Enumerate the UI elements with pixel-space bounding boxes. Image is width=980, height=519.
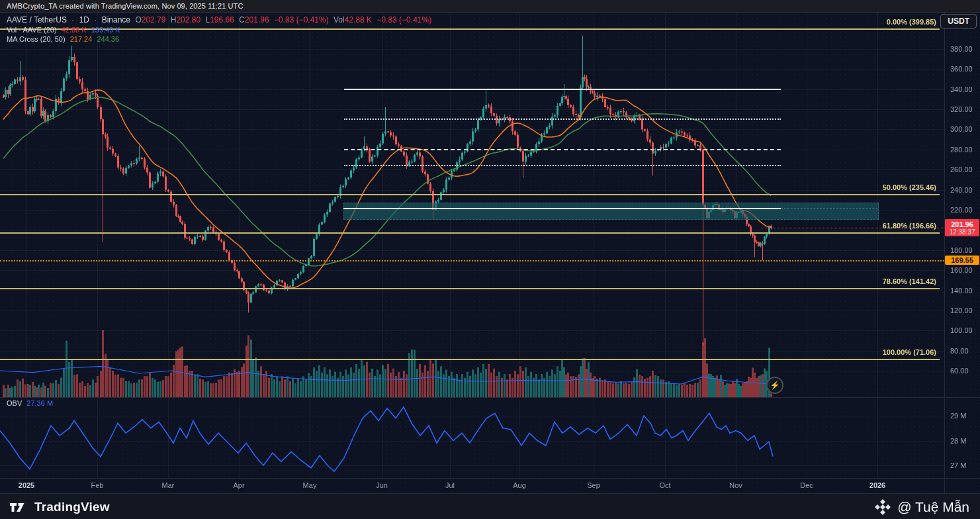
obv-label: OBV [7,399,22,407]
open-value: 202.79 [142,15,166,24]
time-axis-label: Dec [800,481,813,489]
price-axis-label: 360.00 [950,65,973,73]
ma-cross-legend[interactable]: MA Cross (20, 50) 217.24 244.36 [7,35,122,43]
fib-level-label: 100.00% (71.06) [738,348,936,356]
footer-bar: TradingView @ Tuệ Mẫn [0,493,980,519]
open-label: O [135,15,141,24]
resistance-line [344,118,781,120]
author-credit-text: @ Tuệ Mẫn [897,499,969,515]
exchange-label: Binance [102,15,130,24]
tradingview-logo-text: TradingView [34,500,110,514]
binance-icon [874,498,891,516]
price-axis-label: 320.00 [950,105,973,113]
time-axis-label: Jul [445,481,455,489]
obv-axis-label: 27 M [950,461,966,469]
high-value: 202.80 [176,15,200,24]
price-axis-label: 160.00 [950,266,973,274]
supply-zone-box [343,203,879,220]
ma50-value: 244.36 [97,35,119,43]
price-axis-label: 120.00 [950,307,973,314]
volume-indicator-average: 139.49 K [91,26,120,34]
watermark-text: AMBCrypto_TA created with TradingView.co… [7,2,243,10]
time-axis[interactable]: 2025FebMarAprMayJunJulAugSepOctNovDec202… [0,478,980,493]
obv-legend[interactable]: OBV 27.36 M [7,399,56,407]
price-axis-label: 180.00 [950,246,973,254]
vol-label: Vol [334,15,345,24]
price-axis-label: 340.00 [950,85,973,93]
obv-value: 27.36 M [26,399,53,407]
time-axis-label: Sep [587,481,600,489]
separator-dot: · [94,15,97,24]
chart-window: AMBCrypto_TA created with TradingView.co… [0,0,980,519]
price-axis-label: 140.00 [950,287,973,295]
author-credit: @ Tuệ Mẫn [874,498,969,516]
tradingview-logo-icon [9,500,29,514]
symbol-name: AAVE / TetherUS [7,15,67,24]
time-axis-label: Mar [162,481,175,489]
time-axis-label: Feb [91,481,104,489]
vol-value: 42.88 K [345,15,372,24]
interval-label: 1D [79,15,89,24]
fib-level-label: 50.00% (235.46) [738,183,936,191]
time-axis-label: 2026 [869,481,885,489]
pane-divider[interactable] [0,397,980,398]
price-axis-label: 80.00 [950,347,969,355]
tradingview-brand[interactable]: TradingView [9,500,110,514]
time-axis-label: Jun [376,481,388,489]
time-axis-label: Aug [513,481,526,489]
price-axis-label: 260.00 [950,165,973,173]
price-axis-divider [944,12,945,493]
obv-axis-label: 29 M [950,412,966,420]
time-axis-label: Apr [233,481,244,489]
fib-level-label: 61.80% (196.66) [738,222,936,230]
alert-price-line [0,260,944,261]
alert-price-tag: 169.55 [945,256,979,265]
change-value: −0.83 (−0.41%) [274,15,329,24]
separator-dot: · [71,15,74,24]
price-axis-label: 220.00 [950,206,973,214]
vol-change-value: −0.83 (−0.41%) [377,15,431,24]
currency-toggle-button[interactable]: USDT [940,14,977,28]
close-label: C [239,15,245,24]
volume-indicator-legend[interactable]: Vol · AAVE (20) 42.88 K 139.49 K [7,26,123,34]
fib-level-label: 0.00% (399.85) [738,18,936,26]
bar-countdown: 12:38:37 [945,228,979,236]
price-axis-label: 60.00 [950,367,969,375]
price-axis-label: 100.00 [950,326,973,334]
volume-indicator-name: Vol · AAVE (20) [7,26,57,34]
time-axis-label: Oct [659,481,670,489]
price-axis-label: 300.00 [950,125,973,133]
resistance-line [344,89,781,90]
fib-level-line [0,28,940,30]
time-axis-label: May [303,481,317,489]
symbol-legend-row[interactable]: AAVE / TetherUS · 1D · Binance O202.79 H… [7,15,434,24]
obv-axis-label: 28 M [950,437,966,445]
fib-level-label: 78.60% (141.42) [738,277,936,285]
time-axis-label: 2025 [19,481,34,489]
resistance-line [344,149,781,150]
fib-level-line [0,288,940,289]
price-axis[interactable]: 380.00360.00340.00320.00300.00280.00260.… [945,12,980,493]
fib-level-line [0,359,940,360]
resistance-line [344,165,781,166]
time-axis-divider [0,478,980,479]
price-axis-label: 280.00 [950,146,973,154]
price-axis-label: 380.00 [950,45,973,53]
low-value: 196.66 [210,15,234,24]
ma20-value: 217.24 [70,35,93,43]
supply-zone-line [343,208,781,209]
last-price-value: 201.96 [945,220,979,228]
time-axis-label: Nov [729,481,742,489]
ma-cross-name: MA Cross (20, 50) [7,35,66,43]
lightning-icon: ⚡ [770,381,780,390]
fib-level-line [0,194,940,195]
close-value: 201.96 [245,15,269,24]
volume-indicator-current: 42.88 K [62,26,87,34]
price-axis-label: 240.00 [950,186,973,194]
fib-level-line [0,232,940,234]
supply-zone-dashed-line [781,209,877,209]
watermark-bar: AMBCrypto_TA created with TradingView.co… [0,0,980,13]
lightning-badge[interactable]: ⚡ [766,377,783,394]
last-price-tag: 201.96 12:38:37 [945,219,979,236]
